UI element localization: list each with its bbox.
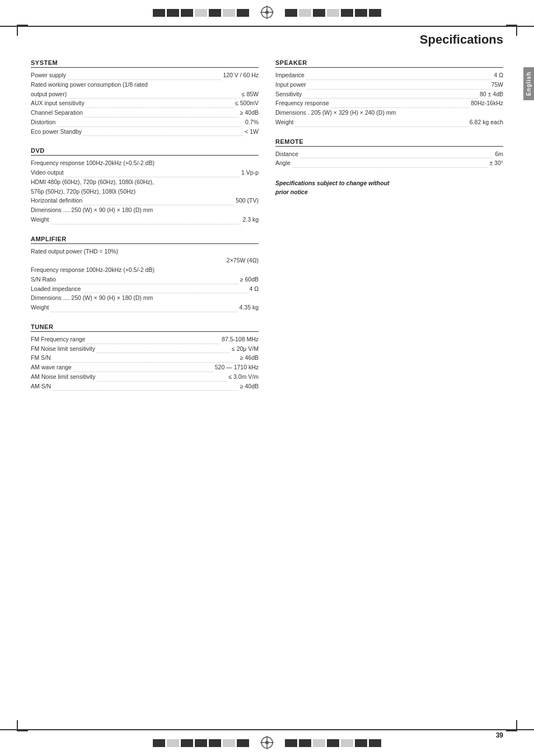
two-column-layout: SYSTEM Power supply120 V / 60 HzRated wo… <box>31 59 503 402</box>
dvd-rows: Frequency response 100Hz-20kHz (+0.5/-2 … <box>31 159 259 224</box>
spec-dots <box>83 135 243 136</box>
spec-row: AM Noise limit sensitivity≤ 3.0m V/m <box>31 373 259 382</box>
bar-block <box>181 739 193 747</box>
spec-value: 75W <box>491 81 503 90</box>
spec-dots <box>300 158 494 158</box>
bar-block <box>341 9 353 17</box>
spec-dots <box>331 107 469 108</box>
spec-value: 4 Ω <box>494 71 503 80</box>
bottom-decorative-bar <box>0 729 534 756</box>
spec-value: ± 30° <box>489 159 503 168</box>
spec-label: output power) <box>31 90 67 99</box>
spec-dots <box>65 177 240 177</box>
spec-dots <box>68 79 221 80</box>
spec-dots <box>87 344 220 344</box>
spec-row: FM Frequency range87.5-108 MHz <box>31 335 259 344</box>
spec-label: AM Noise limit sensitivity <box>31 373 96 382</box>
spec-label: Input power <box>275 81 306 90</box>
speaker-title: SPEAKER <box>275 59 503 68</box>
spec-dots <box>306 79 492 80</box>
spec-value: 80 ± 4dB <box>480 90 503 99</box>
bar-block <box>299 9 311 17</box>
spec-value: ≥ 46dB <box>240 354 259 363</box>
spec-row: Angle± 30° <box>275 159 503 168</box>
remote-section: REMOTE Distance6mAngle± 30° <box>275 138 503 168</box>
spec-label: Weight <box>31 215 49 224</box>
spec-dots <box>86 107 233 108</box>
page-title: Specifications <box>31 32 503 49</box>
spec-row: AM wave range520 — 1710 kHz <box>31 363 259 372</box>
spec-label: Eco power Standby <box>31 128 82 137</box>
spec-row: Sensitivity80 ± 4dB <box>275 90 503 99</box>
spec-label: Distance <box>275 150 298 159</box>
amplifier-section: AMPLIFIER Rated output power (THD = 10%)… <box>31 236 259 312</box>
spec-row: Video output1 Vp-p <box>31 168 259 177</box>
bar-block <box>195 9 207 17</box>
spec-label: FM Noise limit sensitivity <box>31 345 95 354</box>
bar-block <box>223 9 235 17</box>
bar-block <box>313 739 325 747</box>
spec-row: Rated output power (THD = 10%) <box>31 247 259 256</box>
spec-row: Horizontal definition500 (TV) <box>31 196 259 205</box>
bar-block <box>355 739 367 747</box>
spec-label: Loaded impedance <box>31 285 81 294</box>
spec-row: Distortion0.7% <box>31 118 259 127</box>
spec-label: Horizontal definition <box>31 196 82 205</box>
spec-label: FM Frequency range <box>31 335 85 344</box>
spec-row: output power)≤ 85W <box>31 90 259 99</box>
page-content: Specifications SYSTEM Power supply120 V … <box>0 27 534 435</box>
spec-dots <box>68 98 240 98</box>
spec-label: Weight <box>31 303 49 312</box>
spec-dots <box>292 167 488 168</box>
bar-block <box>153 739 165 747</box>
spec-value: 2.3 kg <box>242 215 259 224</box>
tuner-section: TUNER FM Frequency range87.5-108 MHzFM N… <box>31 323 259 391</box>
spec-value: 4 Ω <box>249 285 259 294</box>
spec-dots <box>84 205 234 205</box>
bar-block <box>223 739 235 747</box>
svg-point-3 <box>265 11 269 14</box>
dvd-title: DVD <box>31 147 259 156</box>
spec-label: Weight <box>275 118 294 127</box>
spec-dots <box>57 126 243 127</box>
top-bar-left-blocks <box>153 9 249 17</box>
spec-value: ≥ 60dB <box>240 275 259 284</box>
right-column: SPEAKER Impedance4 ΩInput power75WSensit… <box>275 59 503 402</box>
spec-label: Frequency response <box>275 99 329 108</box>
spec-value: 1 Vp-p <box>241 168 259 177</box>
spec-label: FM S/N <box>31 354 51 363</box>
bar-block <box>355 9 367 17</box>
system-title: SYSTEM <box>31 59 259 68</box>
spec-label: Power supply <box>31 71 66 80</box>
spec-row: Channel Separation≥ 40dB <box>31 109 259 118</box>
amplifier-title: AMPLIFIER <box>31 236 259 244</box>
top-bar-right-blocks <box>285 9 381 17</box>
top-decorative-bar <box>0 0 534 27</box>
specifications-note: Specifications subject to change without… <box>275 179 503 197</box>
bar-block <box>299 739 311 747</box>
spec-label: AUX input sensitivity <box>31 99 85 108</box>
left-column: SYSTEM Power supply120 V / 60 HzRated wo… <box>31 59 259 402</box>
spec-dots <box>51 312 238 312</box>
spec-row: Frequency response 100Hz-20kHz (+0.5/-2 … <box>31 266 259 275</box>
spec-dots <box>58 284 238 284</box>
spec-row: Impedance4 Ω <box>275 71 503 80</box>
spec-value: 87.5-108 MHz <box>222 335 259 344</box>
spec-value: 4.35 kg <box>240 303 259 312</box>
spec-value: ≥ 40dB <box>240 109 259 118</box>
spec-row: Weight4.35 kg <box>31 303 259 312</box>
spec-dots <box>303 98 478 98</box>
spec-row: 576p (50Hz), 720p (50Hz), 1080i (50Hz) <box>31 187 259 196</box>
spec-row: FM Noise limit sensitivity≤ 20μ V/M <box>31 345 259 354</box>
spec-row: Weight2.3 kg <box>31 215 259 224</box>
spec-row: S/N Ratio≥ 60dB <box>31 275 259 284</box>
bar-block <box>285 9 297 17</box>
spec-row: Dimensions .... 250 (W) × 90 (H) × 180 (… <box>31 206 259 215</box>
spec-value: 520 — 1710 kHz <box>215 363 259 372</box>
spec-dots <box>73 372 213 372</box>
spec-value: 6.82 kg each <box>470 118 503 127</box>
speaker-section: SPEAKER Impedance4 ΩInput power75WSensit… <box>275 59 503 127</box>
spec-row: Distance6m <box>275 150 503 159</box>
spec-value: 80Hz-16kHz <box>471 99 503 108</box>
tuner-rows: FM Frequency range87.5-108 MHzFM Noise l… <box>31 335 259 391</box>
